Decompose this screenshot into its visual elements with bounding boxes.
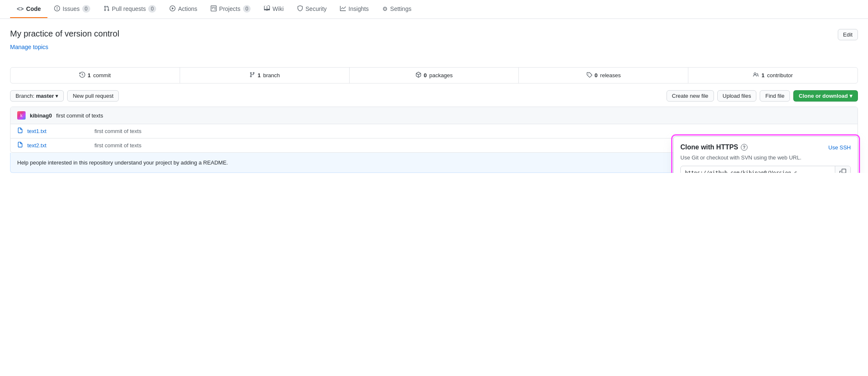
repo-description-text: My practice of version control [10, 29, 119, 39]
clone-title-row: Clone with HTTPS ? Use SSH [680, 144, 851, 151]
tab-issues-label: Issues [63, 5, 79, 12]
clone-title-text: Clone with HTTPS [680, 144, 738, 151]
edit-button[interactable]: Edit [838, 29, 858, 40]
commit-message: first commit of texts [56, 112, 103, 119]
settings-icon: ⚙ [382, 5, 388, 12]
projects-badge: 0 [243, 5, 251, 13]
clone-title: Clone with HTTPS ? [680, 144, 748, 151]
tab-security-label: Security [306, 5, 327, 12]
file-icon-text1 [17, 128, 23, 135]
packages-count: 0 [424, 72, 427, 78]
commits-count: 1 [88, 72, 91, 78]
tab-settings[interactable]: ⚙ Settings [376, 0, 418, 18]
action-bar: Branch: master ▾ New pull request Create… [10, 90, 858, 102]
clone-dropdown: Clone with HTTPS ? Use SSH Use Git or ch… [673, 136, 858, 173]
clone-dropdown-inner: Clone with HTTPS ? Use SSH Use Git or ch… [674, 137, 858, 173]
stat-branches[interactable]: 1 branch [180, 68, 350, 83]
commits-label: commit [93, 72, 111, 78]
use-ssh-link[interactable]: Use SSH [829, 144, 851, 151]
branch-selector[interactable]: Branch: master ▾ [10, 90, 64, 102]
clone-url-input[interactable] [681, 167, 835, 173]
releases-icon [586, 72, 592, 79]
tab-actions-label: Actions [178, 5, 197, 12]
file-name-text2[interactable]: text2.txt [27, 142, 90, 149]
branches-label: branch [263, 72, 280, 78]
contributors-icon [753, 72, 759, 79]
contributors-label: contributor [767, 72, 792, 78]
chevron-down-icon-clone: ▾ [850, 93, 852, 99]
copy-url-button[interactable] [835, 166, 850, 173]
create-new-file-button[interactable]: Create new file [667, 90, 714, 102]
actions-icon [170, 5, 175, 13]
issues-badge: 0 [82, 5, 90, 13]
pull-requests-icon [104, 5, 110, 13]
tab-pr-label: Pull requests [112, 5, 146, 12]
main-content: My practice of version control Edit Mana… [0, 19, 868, 173]
branches-count: 1 [258, 72, 261, 78]
tab-code-label: Code [26, 5, 41, 12]
projects-icon [211, 5, 217, 13]
branches-icon [249, 72, 255, 79]
find-file-button[interactable]: Find file [760, 90, 790, 102]
tab-settings-label: Settings [390, 5, 412, 12]
file-icon-text2 [17, 142, 23, 149]
right-actions: Create new file Upload files Find file C… [667, 90, 858, 102]
commits-icon [79, 72, 85, 79]
file-commit-text1: first commit of texts [94, 128, 851, 134]
manage-topics-link[interactable]: Manage topics [10, 44, 48, 50]
tab-projects[interactable]: Projects 0 [204, 0, 257, 18]
tab-insights[interactable]: Insights [333, 0, 375, 18]
contributors-count: 1 [761, 72, 764, 78]
repo-nav: <> Code Issues 0 Pull requests 0 Actions… [0, 0, 868, 19]
latest-commit-header: k kibinag0 first commit of texts [10, 107, 858, 124]
tab-wiki-label: Wiki [272, 5, 283, 12]
new-pull-request-button[interactable]: New pull request [67, 90, 119, 102]
stat-packages[interactable]: 0 packages [350, 68, 519, 83]
releases-count: 0 [595, 72, 598, 78]
repo-description: My practice of version control Edit [10, 29, 858, 40]
security-icon [297, 5, 303, 13]
tab-code[interactable]: <> Code [10, 0, 47, 18]
clone-url-row [680, 166, 851, 173]
tab-insights-label: Insights [348, 5, 369, 12]
readme-banner-text: Help people interested in this repositor… [17, 159, 228, 166]
packages-icon [416, 72, 421, 79]
branch-label: Branch: [16, 93, 34, 99]
upload-files-button[interactable]: Upload files [717, 90, 757, 102]
packages-label: packages [429, 72, 453, 78]
pr-badge: 0 [148, 5, 156, 13]
tab-pull-requests[interactable]: Pull requests 0 [97, 0, 163, 18]
tab-security[interactable]: Security [290, 0, 334, 18]
tab-wiki[interactable]: Wiki [257, 0, 290, 18]
author-avatar: k [17, 111, 26, 120]
issues-icon [54, 5, 60, 13]
commit-author[interactable]: kibinag0 [30, 112, 52, 119]
chevron-down-icon: ▾ [55, 93, 58, 99]
releases-label: releases [600, 72, 621, 78]
clone-help-icon[interactable]: ? [741, 144, 748, 151]
insights-icon [340, 5, 346, 13]
stats-bar: 1 commit 1 branch 0 packages 0 releases [10, 67, 858, 84]
tab-actions[interactable]: Actions [163, 0, 204, 18]
wiki-icon [264, 5, 270, 13]
stat-releases[interactable]: 0 releases [519, 68, 688, 83]
stat-contributors[interactable]: 1 contributor [688, 68, 858, 83]
clone-or-download-button[interactable]: Clone or download ▾ [793, 90, 858, 102]
clone-description: Use Git or checkout with SVN using the w… [680, 154, 851, 161]
file-name-text1[interactable]: text1.txt [27, 128, 90, 134]
branch-name: master [36, 93, 54, 99]
tab-issues[interactable]: Issues 0 [47, 0, 97, 18]
tab-projects-label: Projects [219, 5, 241, 12]
code-icon: <> [17, 5, 24, 12]
clone-label: Clone or download [799, 93, 848, 99]
stat-commits[interactable]: 1 commit [10, 68, 180, 83]
